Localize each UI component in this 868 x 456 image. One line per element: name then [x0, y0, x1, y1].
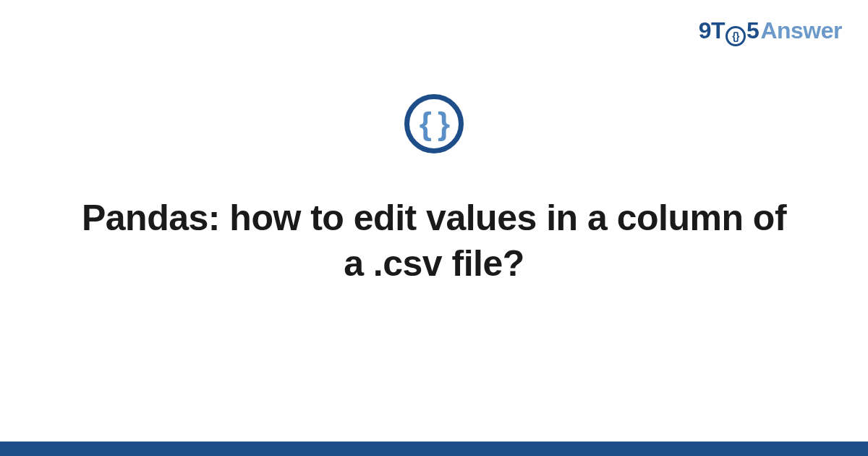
site-logo: 9T {} 5 Answer [699, 17, 842, 45]
question-title: Pandas: how to edit values in a column o… [80, 195, 788, 286]
logo-text-answer: Answer [760, 17, 842, 44]
logo-circle-o-icon: {} [726, 26, 746, 46]
logo-o-inner: {} [732, 30, 739, 42]
code-braces-icon: { } [420, 108, 448, 140]
main-content: { } Pandas: how to edit values in a colu… [0, 94, 868, 286]
logo-text-5: 5 [746, 17, 759, 44]
footer-bar [0, 442, 868, 456]
category-badge-icon: { } [404, 94, 464, 153]
logo-text-9t: 9T [699, 17, 725, 44]
